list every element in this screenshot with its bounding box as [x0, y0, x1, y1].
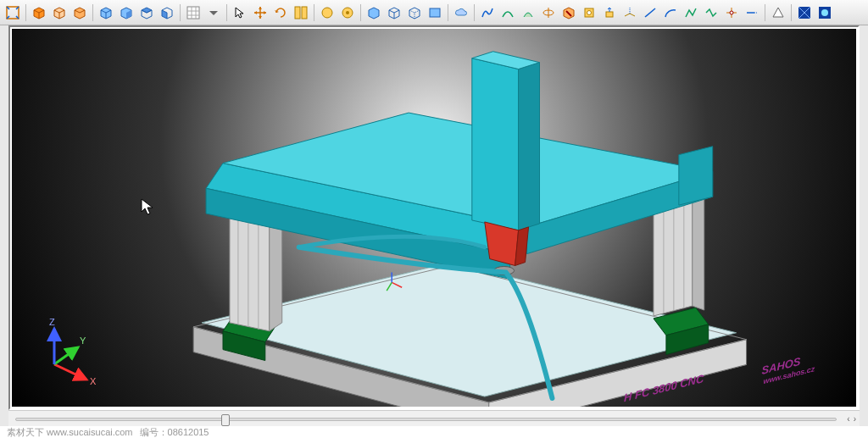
face-select-icon[interactable] — [318, 3, 337, 22]
pager: ‹ › — [843, 414, 860, 424]
toolbar-separator — [474, 4, 475, 21]
box-iso2-icon[interactable] — [364, 3, 383, 22]
curve-icon[interactable] — [498, 3, 517, 22]
svg-point-4 — [322, 8, 332, 18]
slider-thumb[interactable] — [221, 414, 230, 426]
svg-point-15 — [821, 9, 828, 16]
toolbar-separator — [360, 4, 361, 21]
toolbar-separator — [25, 4, 26, 21]
watermark-id: 编号：08612015 — [140, 426, 209, 439]
dropdown-icon[interactable] — [204, 3, 223, 22]
render-blue-icon[interactable] — [795, 3, 814, 22]
svg-rect-11 — [606, 12, 613, 17]
bottom-scroll-area: ‹ › — [8, 410, 860, 427]
render-glow-icon[interactable] — [815, 3, 834, 22]
cad-viewport[interactable]: H FC 3800 CNC SAHOS www.sahos.cz — [12, 29, 856, 407]
grid-icon[interactable] — [184, 3, 203, 22]
toolbar-separator — [314, 4, 314, 21]
box-side-icon[interactable] — [158, 3, 176, 22]
toolbar-separator — [92, 4, 93, 21]
spline-icon[interactable] — [478, 3, 497, 22]
line-icon[interactable] — [641, 3, 659, 22]
pager-prev[interactable]: ‹ — [847, 414, 849, 424]
cloud-icon[interactable] — [452, 3, 470, 22]
svg-rect-7 — [430, 8, 440, 17]
box-alt-icon[interactable] — [70, 3, 89, 22]
arc-icon[interactable] — [661, 3, 680, 22]
svg-rect-1 — [187, 7, 199, 19]
sketch-icon[interactable] — [682, 3, 700, 22]
toolbar-separator — [180, 4, 181, 21]
face-mode-icon[interactable] — [426, 3, 444, 22]
hole-icon[interactable] — [580, 3, 598, 22]
trim-icon[interactable] — [722, 3, 741, 22]
watermark-site: 素材天下 www.sucaisucai.com — [7, 426, 133, 439]
svg-point-6 — [346, 11, 349, 14]
toolbar-separator — [765, 4, 765, 21]
cut-icon[interactable] — [559, 3, 578, 22]
move-icon[interactable] — [251, 3, 270, 22]
revolve-icon[interactable] — [539, 3, 558, 22]
cursor-select-icon[interactable] — [231, 3, 249, 22]
svg-rect-3 — [302, 7, 307, 19]
watermark-bar: 素材天下 www.sucaisucai.com 编号：08612015 — [0, 426, 868, 438]
svg-point-10 — [587, 10, 592, 14]
box-solid-icon[interactable] — [30, 3, 48, 22]
sweep-icon[interactable] — [519, 3, 537, 22]
extrude-icon[interactable] — [600, 3, 619, 22]
hidden-line-icon[interactable] — [405, 3, 424, 22]
viewport-frame: H FC 3800 CNC SAHOS www.sahos.cz — [8, 25, 860, 410]
box-front-icon[interactable] — [117, 3, 136, 22]
cad-model: H FC 3800 CNC SAHOS www.sahos.cz — [12, 29, 856, 407]
wireframe-icon[interactable] — [385, 3, 403, 22]
split-view-icon[interactable] — [292, 3, 310, 22]
box-top-icon[interactable] — [137, 3, 156, 22]
svg-rect-2 — [295, 7, 300, 19]
main-toolbar — [0, 0, 868, 25]
timeline-slider[interactable] — [15, 418, 837, 421]
path-icon[interactable] — [702, 3, 721, 22]
toolbar-separator — [791, 4, 792, 21]
box-hollow-icon[interactable] — [50, 3, 69, 22]
project-icon[interactable] — [620, 3, 639, 22]
extend-icon[interactable] — [743, 3, 761, 22]
svg-point-12 — [730, 11, 733, 14]
toolbar-separator — [226, 4, 227, 21]
toolbar-separator — [448, 4, 448, 21]
fit-view-icon[interactable] — [3, 3, 22, 22]
pager-next[interactable]: › — [854, 414, 856, 424]
triangle-icon[interactable] — [769, 3, 787, 22]
face-alt-icon[interactable] — [338, 3, 357, 22]
rotate-icon[interactable] — [271, 3, 290, 22]
box-iso-icon[interactable] — [97, 3, 115, 22]
